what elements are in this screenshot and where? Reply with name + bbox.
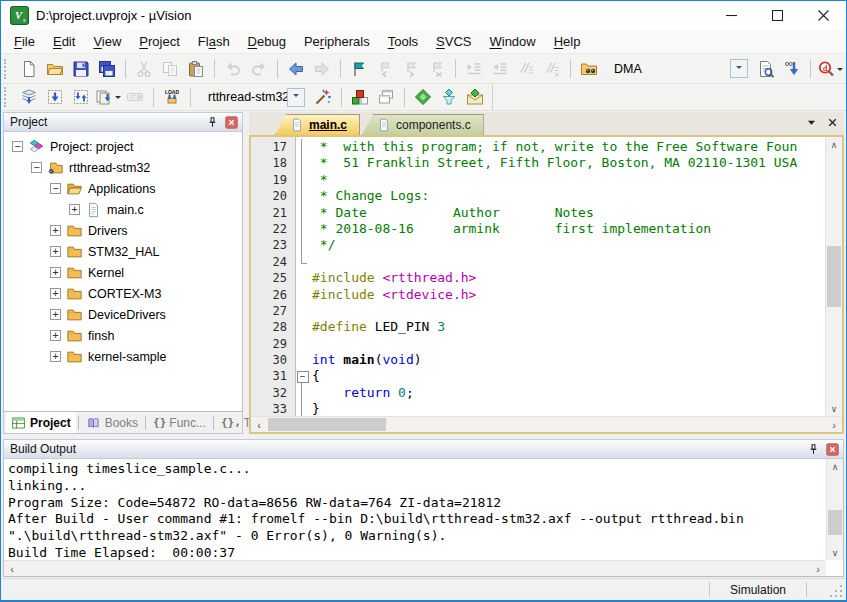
code-line[interactable]: 23 */ bbox=[251, 237, 825, 253]
scroll-up-icon[interactable]: ∧ bbox=[826, 137, 842, 152]
outdent-button[interactable] bbox=[487, 57, 513, 81]
previous-bookmark-button[interactable] bbox=[372, 57, 398, 81]
code-view[interactable]: 17 * with this program; if not, write to… bbox=[251, 137, 825, 416]
download-to-flash-button[interactable]: LOAD bbox=[159, 85, 185, 109]
pin-icon[interactable] bbox=[805, 441, 821, 457]
next-bookmark-button[interactable] bbox=[398, 57, 424, 81]
code-line[interactable]: 25#include <rtthread.h> bbox=[251, 270, 825, 286]
fold-margin[interactable] bbox=[295, 368, 309, 384]
copy-button[interactable] bbox=[157, 57, 183, 81]
tree-expand-toggle[interactable]: + bbox=[50, 267, 61, 278]
uncomment-selection-button[interactable] bbox=[539, 57, 565, 81]
minimize-button[interactable] bbox=[708, 1, 754, 30]
tree-expand-toggle[interactable]: + bbox=[50, 309, 61, 320]
incremental-find-button[interactable] bbox=[779, 57, 805, 81]
code-line[interactable]: 31{ bbox=[251, 368, 825, 384]
save-all-button[interactable] bbox=[94, 57, 120, 81]
code-line[interactable]: 17 * with this program; if not, write to… bbox=[251, 139, 825, 155]
start-stop-debug-session-button[interactable]: d bbox=[816, 57, 844, 81]
tree-item-rtthread-stm32[interactable]: −rtthread-stm32 bbox=[4, 157, 242, 178]
editor-vscroll-thumb[interactable] bbox=[827, 246, 841, 307]
stop-build-button[interactable] bbox=[122, 85, 148, 109]
clear-all-bookmarks-button[interactable] bbox=[424, 57, 450, 81]
scroll-left-icon[interactable]: ‹ bbox=[251, 419, 267, 431]
toolbar-grip[interactable] bbox=[4, 59, 10, 79]
search-combo-dropdown-icon[interactable] bbox=[730, 59, 748, 78]
tree-item-kernel[interactable]: +Kernel bbox=[4, 262, 242, 283]
tree-expand-toggle[interactable]: + bbox=[50, 225, 61, 236]
build-vertical-scrollbar[interactable]: ∧ ∨ bbox=[826, 459, 843, 560]
toolbar-grip[interactable] bbox=[4, 87, 10, 107]
editor-vertical-scrollbar[interactable]: ∧ ∨ bbox=[825, 137, 842, 416]
build-horizontal-scrollbar[interactable]: ‹ › bbox=[4, 560, 826, 576]
target-select-combo[interactable]: rtthread-stm32 bbox=[201, 87, 305, 108]
code-line[interactable]: 18 * 51 Franklin Street, Fifth Floor, Bo… bbox=[251, 155, 825, 171]
panel-tab-func[interactable]: {}Func... bbox=[148, 412, 211, 433]
scroll-down-icon[interactable]: ∨ bbox=[826, 401, 842, 416]
code-line[interactable]: 28#define LED_PIN 3 bbox=[251, 319, 825, 335]
code-line[interactable]: 20 * Change Logs: bbox=[251, 188, 825, 204]
menu-svcs[interactable]: SVCS bbox=[427, 31, 480, 52]
dropdown-caret-icon[interactable] bbox=[115, 96, 121, 102]
manage-run-time-environment-button[interactable] bbox=[410, 85, 436, 109]
build-target-button[interactable] bbox=[42, 85, 68, 109]
tree-item-kernel-sample[interactable]: +kernel-sample bbox=[4, 346, 242, 367]
code-line[interactable]: 26#include <rtdevice.h> bbox=[251, 287, 825, 303]
multi-project-workspace-button[interactable] bbox=[373, 85, 399, 109]
menu-view[interactable]: View bbox=[84, 31, 130, 52]
options-for-target-button[interactable] bbox=[310, 85, 336, 109]
tree-item-drivers[interactable]: +Drivers bbox=[4, 220, 242, 241]
target-select-combo-dropdown-icon[interactable] bbox=[287, 88, 305, 107]
menu-file[interactable]: File bbox=[5, 31, 44, 52]
code-line[interactable]: 19 * bbox=[251, 172, 825, 188]
tree-expand-toggle[interactable]: + bbox=[50, 351, 61, 362]
scroll-up-icon[interactable]: ∧ bbox=[827, 459, 843, 474]
close-panel-icon[interactable] bbox=[824, 441, 840, 457]
toggle-bookmark-button[interactable] bbox=[346, 57, 372, 81]
manage-project-items-button[interactable] bbox=[347, 85, 373, 109]
code-line[interactable]: 22 * 2018-08-16 armink first implementat… bbox=[251, 221, 825, 237]
tree-expand-toggle[interactable]: − bbox=[31, 162, 42, 173]
redo-button[interactable] bbox=[246, 57, 272, 81]
translate-file-button[interactable] bbox=[16, 85, 42, 109]
save-button[interactable] bbox=[68, 57, 94, 81]
rebuild-all-button[interactable] bbox=[68, 85, 94, 109]
build-vscroll-thumb[interactable] bbox=[828, 510, 842, 535]
scroll-down-icon[interactable]: ∨ bbox=[827, 545, 843, 560]
tree-item-devicedrivers[interactable]: +DeviceDrivers bbox=[4, 304, 242, 325]
scroll-left-icon[interactable]: ‹ bbox=[4, 563, 20, 575]
tree-expand-toggle[interactable]: − bbox=[12, 141, 23, 152]
cut-button[interactable] bbox=[131, 57, 157, 81]
close-panel-icon[interactable] bbox=[223, 114, 239, 130]
navigate-forward-button[interactable] bbox=[309, 57, 335, 81]
menu-window[interactable]: Window bbox=[480, 31, 544, 52]
editor-hscroll-thumb[interactable] bbox=[268, 418, 386, 431]
tree-item-project-project[interactable]: −Project: project bbox=[4, 136, 242, 157]
dropdown-caret-icon[interactable] bbox=[837, 68, 843, 74]
tab-list-dropdown-icon[interactable] bbox=[805, 116, 818, 129]
indent-button[interactable] bbox=[461, 57, 487, 81]
find-in-files-dialog-button[interactable] bbox=[753, 57, 779, 81]
new-file-button[interactable] bbox=[16, 57, 42, 81]
code-line[interactable]: 24 bbox=[251, 254, 825, 270]
tree-expand-toggle[interactable]: − bbox=[50, 183, 61, 194]
search-combo[interactable]: DMA bbox=[607, 58, 748, 79]
code-line[interactable]: 29 bbox=[251, 336, 825, 352]
scroll-right-icon[interactable]: › bbox=[826, 419, 842, 431]
tree-item-cortex-m3[interactable]: +CORTEX-M3 bbox=[4, 283, 242, 304]
maximize-button[interactable] bbox=[754, 1, 800, 30]
resize-grip[interactable] bbox=[829, 582, 845, 598]
panel-tab-project[interactable]: Project bbox=[6, 412, 76, 433]
tree-expand-toggle[interactable]: + bbox=[50, 246, 61, 257]
scroll-right-icon[interactable]: › bbox=[810, 563, 826, 575]
navigate-back-button[interactable] bbox=[283, 57, 309, 81]
batch-build-button[interactable] bbox=[94, 85, 122, 109]
tree-expand-toggle[interactable]: + bbox=[69, 204, 80, 215]
editor-horizontal-scrollbar[interactable]: ‹ › bbox=[251, 416, 842, 432]
undo-button[interactable] bbox=[220, 57, 246, 81]
menu-flash[interactable]: Flash bbox=[189, 31, 239, 52]
editor-tab-main-c[interactable]: main.c bbox=[275, 114, 360, 135]
build-output-text[interactable]: compiling timeslice_sample.c...linking..… bbox=[4, 459, 826, 560]
open-file-button[interactable] bbox=[42, 57, 68, 81]
code-line[interactable]: 33} bbox=[251, 401, 825, 416]
